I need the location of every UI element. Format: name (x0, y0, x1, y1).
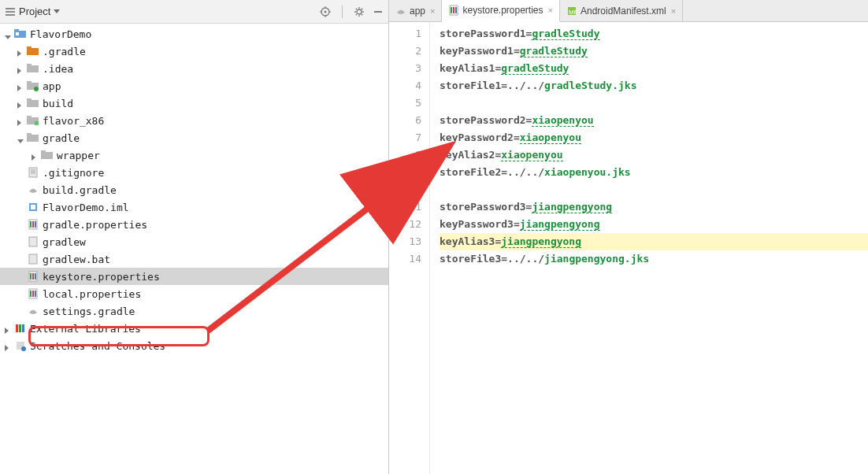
chevron-right-icon[interactable] (32, 151, 39, 159)
svg-rect-33 (35, 121, 39, 125)
tree-label: build.gradle (43, 184, 117, 196)
editor-panel: app × keystore.properties × MF AndroidMa… (389, 0, 868, 474)
toolbar-separator (342, 6, 343, 18)
line-number: 3 (389, 60, 421, 77)
tree-row[interactable]: build.gradle (0, 181, 388, 198)
tree-row-external-libraries[interactable]: External Libraries (0, 320, 388, 337)
svg-rect-45 (30, 221, 32, 228)
tree-row[interactable]: settings.gradle (0, 302, 388, 320)
tab-keystore-properties[interactable]: keystore.properties × (442, 0, 559, 22)
tree-row-selected[interactable]: keystore.properties (0, 268, 388, 285)
properties-file-icon (27, 288, 39, 299)
svg-rect-65 (453, 7, 454, 13)
editor-tabs: app × keystore.properties × MF AndroidMa… (389, 0, 868, 22)
project-folder-icon (14, 28, 27, 39)
tree-label: External Libraries (30, 323, 141, 335)
tree-row[interactable]: .gitignore (0, 164, 388, 181)
chevron-right-icon[interactable] (17, 99, 25, 107)
svg-rect-32 (27, 116, 32, 119)
tree-row[interactable]: FlavorDemo.iml (0, 198, 388, 216)
code-line[interactable]: storePassword1=gradleStudy (440, 25, 868, 43)
line-number: 12 (389, 216, 421, 233)
code-line[interactable] (440, 94, 868, 112)
project-view-dropdown-icon[interactable] (54, 9, 60, 13)
tab-app[interactable]: app × (389, 0, 442, 21)
code-body[interactable]: storePassword1=gradleStudykeyPassword1=g… (430, 22, 868, 474)
svg-rect-58 (16, 324, 18, 332)
code-line[interactable]: keyAlias3=jiangpengyong (440, 233, 868, 250)
svg-line-15 (362, 13, 362, 14)
tree-row[interactable]: wrapper (0, 146, 388, 164)
line-number: 10 (389, 181, 421, 198)
tree-row[interactable]: app (0, 77, 388, 94)
iml-file-icon (27, 202, 39, 213)
chevron-down-icon[interactable] (5, 30, 13, 38)
code-line[interactable]: keyPassword3=jiangpengyong (440, 216, 868, 233)
tree-label: .gitignore (43, 167, 104, 179)
collapse-icon[interactable] (373, 6, 384, 17)
project-panel-title[interactable]: Project (19, 6, 50, 17)
project-tree[interactable]: FlavorDemo .gradle .idea app build flavo… (0, 24, 388, 474)
svg-rect-48 (29, 237, 37, 246)
chevron-right-icon[interactable] (17, 82, 25, 90)
module-folder-icon (27, 115, 39, 126)
code-line[interactable]: keyAlias2=xiaopenyou (440, 146, 868, 164)
svg-rect-25 (27, 64, 32, 67)
close-icon[interactable]: × (548, 6, 553, 15)
tree-row-scratches[interactable]: Scratches and Consoles (0, 337, 388, 354)
tree-spacer (17, 168, 25, 176)
tree-row[interactable]: gradle.properties (0, 216, 388, 233)
gutter-badge-icon[interactable] (389, 219, 397, 228)
tree-label: local.properties (43, 288, 141, 300)
tree-row[interactable]: gradle (0, 129, 388, 146)
tree-label: .idea (43, 63, 73, 75)
chevron-right-icon[interactable] (17, 117, 25, 124)
tree-spacer (17, 290, 25, 298)
chevron-right-icon[interactable] (5, 342, 13, 350)
code-line[interactable]: storePassword2=xiaopenyou (440, 112, 868, 129)
gear-icon[interactable] (354, 6, 365, 17)
line-number: 2 (389, 43, 421, 60)
locate-icon[interactable] (320, 6, 331, 17)
tab-android-manifest[interactable]: MF AndroidManifest.xml × (560, 0, 683, 21)
chevron-down-icon[interactable] (17, 134, 25, 142)
code-line[interactable]: storeFile3=../../jiangpengyong.jks (440, 250, 868, 268)
gradle-file-icon (27, 184, 39, 195)
svg-rect-57 (35, 291, 36, 297)
close-icon[interactable]: × (671, 6, 676, 16)
code-line[interactable]: keyPassword2=xiaopenyou (440, 129, 868, 146)
folder-icon (27, 46, 39, 57)
code-line[interactable]: keyAlias1=gradleStudy (440, 60, 868, 77)
tree-row[interactable]: local.properties (0, 285, 388, 302)
chevron-right-icon[interactable] (17, 47, 25, 55)
close-icon[interactable]: × (430, 6, 435, 16)
scratches-icon (14, 340, 27, 351)
svg-rect-38 (29, 168, 37, 177)
svg-rect-64 (451, 7, 452, 13)
tree-row[interactable]: .gradle (0, 43, 388, 60)
chevron-right-icon[interactable] (5, 324, 13, 332)
code-line[interactable]: storeFile2=../../xiaopenyou.jks (440, 164, 868, 181)
code-line[interactable]: storeFile1=../../gradleStudy.jks (440, 77, 868, 94)
code-line[interactable] (440, 181, 868, 198)
tree-row-root[interactable]: FlavorDemo (0, 25, 388, 43)
chevron-right-icon[interactable] (17, 65, 25, 72)
tree-label: settings.gradle (43, 306, 135, 317)
tree-spacer (17, 255, 25, 263)
code-line[interactable]: keyPassword1=gradleStudy (440, 43, 868, 60)
code-editor[interactable]: 1 2 3 4 5 6 7 8 9 10 11 12 13 14 storePa… (389, 22, 868, 474)
line-number: 1 (389, 25, 421, 43)
tree-row[interactable]: gradlew.bat (0, 250, 388, 268)
tree-row[interactable]: .idea (0, 60, 388, 77)
svg-point-28 (34, 87, 39, 91)
svg-rect-49 (29, 254, 37, 264)
tree-label: wrapper (57, 150, 100, 161)
svg-rect-27 (27, 81, 32, 84)
code-line[interactable]: storePassword3=jiangpengyong (440, 198, 868, 216)
tree-row[interactable]: build (0, 94, 388, 112)
tree-row[interactable]: flavor_x86 (0, 112, 388, 129)
tree-row[interactable]: gradlew (0, 233, 388, 250)
svg-rect-35 (27, 133, 32, 136)
file-icon (27, 236, 39, 247)
svg-rect-53 (35, 273, 36, 280)
